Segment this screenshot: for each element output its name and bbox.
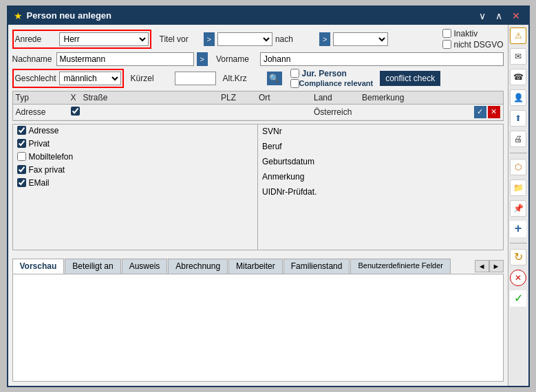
- minimize-button[interactable]: ∨: [476, 11, 489, 21]
- address-x-checkbox[interactable]: [71, 107, 80, 116]
- mail-icon[interactable]: ✉: [510, 48, 526, 65]
- right-geburtsdatum: Geburtsdatum: [258, 155, 503, 170]
- tab-prev-button[interactable]: ◄: [475, 260, 489, 272]
- titel-vor-select[interactable]: [217, 32, 272, 46]
- vorname-input[interactable]: Johann: [260, 52, 504, 66]
- person-icon[interactable]: 👤: [510, 89, 526, 106]
- preview-area: [12, 274, 504, 382]
- header-plz: PLZ: [221, 93, 259, 102]
- cell-typ: Adresse: [16, 107, 71, 117]
- compliance-label: Compliance relevant: [299, 79, 374, 87]
- jur-person-label: Jur. Person: [302, 69, 347, 78]
- compliance-checkbox[interactable]: [290, 79, 299, 88]
- print-icon[interactable]: 🖨: [510, 131, 526, 147]
- geschlecht-select[interactable]: männlich weiblich divers: [59, 72, 121, 85]
- header-typ: Typ: [16, 93, 71, 102]
- anrede-label: Anrede: [15, 34, 56, 44]
- geschlecht-box: Geschlecht männlich weiblich divers: [12, 69, 124, 88]
- alt-krz-label: Alt.Krz: [223, 74, 264, 83]
- tab-abrechnung[interactable]: Abrechnung: [168, 259, 228, 274]
- confirm-icon[interactable]: ✓: [510, 290, 526, 307]
- titel-vor-arrow[interactable]: >: [204, 32, 215, 46]
- titel-vor-label: Titel vor: [160, 34, 201, 44]
- toolbar-separator-1: [510, 153, 527, 153]
- contact-panel: Adresse Privat Mobiltelefon Fax privat: [12, 124, 504, 251]
- address-table: Typ X Straße PLZ Ort Land Bemerkung Adre…: [12, 91, 504, 121]
- nachname-input[interactable]: Mustermann: [56, 52, 194, 66]
- inaktiv-row: Inaktiv: [442, 29, 503, 39]
- main-window: ★ Person neu anlegen ∨ ∧ ✕ Anrede Herr F…: [7, 6, 530, 387]
- nicht-dsgvo-row: nicht DSGVO: [442, 40, 503, 50]
- row-delete-button[interactable]: ✕: [488, 106, 500, 118]
- plus-icon[interactable]: +: [510, 221, 526, 237]
- contact-adresse-checkbox[interactable]: [17, 126, 26, 135]
- window-title: Person neu anlegen: [27, 10, 472, 21]
- contact-email-checkbox[interactable]: [17, 178, 26, 187]
- header-land: Land: [314, 93, 362, 102]
- color-wheel-icon[interactable]: ⬡: [510, 159, 526, 175]
- compliance-row: Compliance relevant: [290, 79, 374, 88]
- row-confirm-button[interactable]: ✓: [474, 106, 486, 118]
- nach-arrow[interactable]: >: [319, 32, 330, 46]
- phone-icon[interactable]: ☎: [510, 69, 526, 85]
- contact-mobiltelefon-checkbox[interactable]: [17, 152, 26, 161]
- contact-mobiltelefon-label: Mobiltelefon: [29, 152, 74, 162]
- vorname-label: Vorname: [216, 54, 257, 64]
- refresh-icon[interactable]: ↻: [510, 249, 526, 265]
- alt-krz-search-button[interactable]: 🔍: [267, 72, 282, 85]
- tab-familienstand[interactable]: Familienstand: [283, 259, 350, 274]
- right-svnr: SVNr: [258, 124, 503, 140]
- geschlecht-row: Geschlecht männlich weiblich divers Kürz…: [12, 69, 504, 88]
- right-beruf: Beruf: [258, 140, 503, 155]
- delete-icon[interactable]: ✕: [510, 270, 526, 286]
- jur-person-row: Jur. Person: [290, 69, 374, 78]
- header-strasse: Straße: [83, 93, 222, 102]
- nicht-dsgvo-checkbox[interactable]: [442, 40, 451, 49]
- contact-right: SVNr Beruf Geburtsdatum Anmerkung UIDNr-…: [258, 124, 503, 250]
- geschlecht-label: Geschlecht: [15, 74, 56, 83]
- pin-icon[interactable]: 📌: [510, 200, 526, 217]
- conflict-check-button[interactable]: conflict check: [380, 71, 440, 86]
- kuerzel-input[interactable]: [175, 72, 216, 85]
- close-button[interactable]: ✕: [509, 11, 523, 21]
- tab-beteiligt[interactable]: Beteiligt an: [65, 259, 120, 274]
- inaktiv-label: Inaktiv: [453, 29, 478, 39]
- maximize-button[interactable]: ∧: [493, 11, 505, 21]
- title-bar: ★ Person neu anlegen ∨ ∧ ✕: [8, 7, 528, 25]
- tab-vorschau[interactable]: Vorschau: [12, 259, 65, 274]
- tab-ausweis[interactable]: Ausweis: [122, 259, 168, 274]
- contact-item-privat: Privat: [13, 138, 258, 151]
- contact-privat-checkbox[interactable]: [17, 139, 26, 148]
- contact-item-adresse: Adresse: [13, 124, 258, 138]
- nachname-arrow[interactable]: >: [197, 52, 208, 66]
- jur-person-checkbox[interactable]: [290, 69, 299, 78]
- folder-icon[interactable]: 📁: [510, 179, 526, 196]
- table-row[interactable]: Adresse Österreich ✓ ✕: [13, 105, 503, 120]
- contact-privat-label: Privat: [29, 139, 50, 149]
- tabs-row: Vorschau Beteiligt an Ausweis Abrechnung…: [12, 259, 504, 274]
- warning-icon[interactable]: ⚠: [510, 28, 526, 44]
- tabs-section: Vorschau Beteiligt an Ausweis Abrechnung…: [12, 256, 504, 382]
- upload-icon[interactable]: ⬆: [510, 110, 526, 127]
- tab-mitarbeiter[interactable]: Mitarbeiter: [228, 259, 283, 274]
- nachname-row: Nachname Mustermann > Vorname Johann: [12, 52, 504, 66]
- tab-next-button[interactable]: ►: [489, 260, 504, 272]
- inaktiv-checkbox[interactable]: [442, 29, 451, 38]
- contact-faxprivat-checkbox[interactable]: [17, 165, 26, 174]
- nach-select[interactable]: [333, 32, 388, 46]
- form-area: Anrede Herr Frau Divers Titel vor > nach…: [8, 25, 508, 386]
- anrede-select[interactable]: Herr Frau Divers: [59, 32, 149, 46]
- right-anmerkung: Anmerkung: [258, 170, 503, 185]
- nachname-label: Nachname: [12, 54, 54, 64]
- main-content: Anrede Herr Frau Divers Titel vor > nach…: [8, 25, 528, 386]
- toolbar-separator-2: [510, 243, 527, 243]
- anrede-row: Anrede Herr Frau Divers Titel vor > nach…: [12, 29, 504, 50]
- tab-nav: ◄ ►: [475, 259, 504, 274]
- right-uidnr: UIDNr-Prüfdat.: [258, 185, 503, 200]
- nicht-dsgvo-label: nicht DSGVO: [453, 40, 503, 50]
- contact-email-label: EMail: [29, 178, 50, 188]
- header-x: X: [71, 93, 83, 102]
- tab-benutzerdefinierte[interactable]: Benutzerdefinierte Felder: [350, 259, 451, 274]
- contact-adresse-label: Adresse: [29, 126, 59, 135]
- header-ort: Ort: [259, 93, 314, 102]
